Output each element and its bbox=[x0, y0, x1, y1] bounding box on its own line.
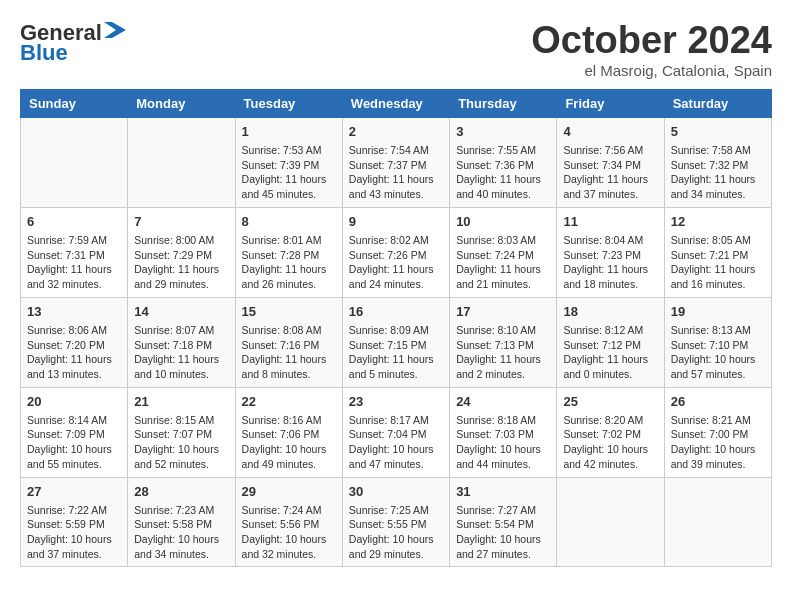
calendar-cell: 9Sunrise: 8:02 AM Sunset: 7:26 PM Daylig… bbox=[342, 207, 449, 297]
day-info: Sunrise: 8:21 AM Sunset: 7:00 PM Dayligh… bbox=[671, 413, 765, 472]
calendar-cell: 29Sunrise: 7:24 AM Sunset: 5:56 PM Dayli… bbox=[235, 477, 342, 567]
calendar-cell: 13Sunrise: 8:06 AM Sunset: 7:20 PM Dayli… bbox=[21, 297, 128, 387]
weekday-header-tuesday: Tuesday bbox=[235, 89, 342, 117]
logo-bird-icon bbox=[104, 20, 126, 42]
calendar-cell: 19Sunrise: 8:13 AM Sunset: 7:10 PM Dayli… bbox=[664, 297, 771, 387]
day-number: 18 bbox=[563, 303, 657, 321]
day-number: 16 bbox=[349, 303, 443, 321]
calendar-cell: 1Sunrise: 7:53 AM Sunset: 7:39 PM Daylig… bbox=[235, 117, 342, 207]
weekday-header-friday: Friday bbox=[557, 89, 664, 117]
calendar-cell: 20Sunrise: 8:14 AM Sunset: 7:09 PM Dayli… bbox=[21, 387, 128, 477]
day-number: 15 bbox=[242, 303, 336, 321]
day-info: Sunrise: 8:18 AM Sunset: 7:03 PM Dayligh… bbox=[456, 413, 550, 472]
weekday-header-sunday: Sunday bbox=[21, 89, 128, 117]
calendar-cell: 27Sunrise: 7:22 AM Sunset: 5:59 PM Dayli… bbox=[21, 477, 128, 567]
calendar-cell: 8Sunrise: 8:01 AM Sunset: 7:28 PM Daylig… bbox=[235, 207, 342, 297]
day-number: 29 bbox=[242, 483, 336, 501]
calendar-row-1: 6Sunrise: 7:59 AM Sunset: 7:31 PM Daylig… bbox=[21, 207, 772, 297]
day-number: 5 bbox=[671, 123, 765, 141]
calendar-cell: 10Sunrise: 8:03 AM Sunset: 7:24 PM Dayli… bbox=[450, 207, 557, 297]
calendar-cell bbox=[21, 117, 128, 207]
calendar-cell bbox=[128, 117, 235, 207]
day-info: Sunrise: 7:54 AM Sunset: 7:37 PM Dayligh… bbox=[349, 143, 443, 202]
day-number: 30 bbox=[349, 483, 443, 501]
calendar-table: SundayMondayTuesdayWednesdayThursdayFrid… bbox=[20, 89, 772, 568]
weekday-header-saturday: Saturday bbox=[664, 89, 771, 117]
day-number: 24 bbox=[456, 393, 550, 411]
svg-marker-0 bbox=[104, 22, 126, 38]
day-number: 22 bbox=[242, 393, 336, 411]
calendar-cell: 11Sunrise: 8:04 AM Sunset: 7:23 PM Dayli… bbox=[557, 207, 664, 297]
calendar-row-0: 1Sunrise: 7:53 AM Sunset: 7:39 PM Daylig… bbox=[21, 117, 772, 207]
page-header: General Blue October 2024 el Masroig, Ca… bbox=[20, 20, 772, 79]
calendar-cell: 30Sunrise: 7:25 AM Sunset: 5:55 PM Dayli… bbox=[342, 477, 449, 567]
calendar-cell bbox=[664, 477, 771, 567]
calendar-cell: 23Sunrise: 8:17 AM Sunset: 7:04 PM Dayli… bbox=[342, 387, 449, 477]
day-number: 31 bbox=[456, 483, 550, 501]
calendar-cell: 28Sunrise: 7:23 AM Sunset: 5:58 PM Dayli… bbox=[128, 477, 235, 567]
day-number: 1 bbox=[242, 123, 336, 141]
calendar-cell: 25Sunrise: 8:20 AM Sunset: 7:02 PM Dayli… bbox=[557, 387, 664, 477]
day-info: Sunrise: 7:23 AM Sunset: 5:58 PM Dayligh… bbox=[134, 503, 228, 562]
calendar-cell: 3Sunrise: 7:55 AM Sunset: 7:36 PM Daylig… bbox=[450, 117, 557, 207]
day-info: Sunrise: 8:12 AM Sunset: 7:12 PM Dayligh… bbox=[563, 323, 657, 382]
day-number: 23 bbox=[349, 393, 443, 411]
day-info: Sunrise: 8:01 AM Sunset: 7:28 PM Dayligh… bbox=[242, 233, 336, 292]
calendar-cell: 26Sunrise: 8:21 AM Sunset: 7:00 PM Dayli… bbox=[664, 387, 771, 477]
calendar-cell: 7Sunrise: 8:00 AM Sunset: 7:29 PM Daylig… bbox=[128, 207, 235, 297]
calendar-cell: 24Sunrise: 8:18 AM Sunset: 7:03 PM Dayli… bbox=[450, 387, 557, 477]
day-info: Sunrise: 8:03 AM Sunset: 7:24 PM Dayligh… bbox=[456, 233, 550, 292]
calendar-cell: 31Sunrise: 7:27 AM Sunset: 5:54 PM Dayli… bbox=[450, 477, 557, 567]
day-info: Sunrise: 8:10 AM Sunset: 7:13 PM Dayligh… bbox=[456, 323, 550, 382]
day-number: 19 bbox=[671, 303, 765, 321]
calendar-cell: 18Sunrise: 8:12 AM Sunset: 7:12 PM Dayli… bbox=[557, 297, 664, 387]
calendar-cell: 5Sunrise: 7:58 AM Sunset: 7:32 PM Daylig… bbox=[664, 117, 771, 207]
day-info: Sunrise: 8:04 AM Sunset: 7:23 PM Dayligh… bbox=[563, 233, 657, 292]
day-info: Sunrise: 7:55 AM Sunset: 7:36 PM Dayligh… bbox=[456, 143, 550, 202]
day-number: 8 bbox=[242, 213, 336, 231]
day-number: 4 bbox=[563, 123, 657, 141]
day-number: 14 bbox=[134, 303, 228, 321]
calendar-cell: 6Sunrise: 7:59 AM Sunset: 7:31 PM Daylig… bbox=[21, 207, 128, 297]
calendar-cell: 22Sunrise: 8:16 AM Sunset: 7:06 PM Dayli… bbox=[235, 387, 342, 477]
day-info: Sunrise: 8:15 AM Sunset: 7:07 PM Dayligh… bbox=[134, 413, 228, 472]
logo: General Blue bbox=[20, 20, 126, 66]
calendar-cell: 4Sunrise: 7:56 AM Sunset: 7:34 PM Daylig… bbox=[557, 117, 664, 207]
day-number: 21 bbox=[134, 393, 228, 411]
calendar-cell: 14Sunrise: 8:07 AM Sunset: 7:18 PM Dayli… bbox=[128, 297, 235, 387]
day-number: 11 bbox=[563, 213, 657, 231]
calendar-cell: 21Sunrise: 8:15 AM Sunset: 7:07 PM Dayli… bbox=[128, 387, 235, 477]
day-number: 3 bbox=[456, 123, 550, 141]
calendar-row-2: 13Sunrise: 8:06 AM Sunset: 7:20 PM Dayli… bbox=[21, 297, 772, 387]
day-info: Sunrise: 8:16 AM Sunset: 7:06 PM Dayligh… bbox=[242, 413, 336, 472]
calendar-body: 1Sunrise: 7:53 AM Sunset: 7:39 PM Daylig… bbox=[21, 117, 772, 567]
day-info: Sunrise: 7:58 AM Sunset: 7:32 PM Dayligh… bbox=[671, 143, 765, 202]
day-number: 28 bbox=[134, 483, 228, 501]
location-title: el Masroig, Catalonia, Spain bbox=[531, 62, 772, 79]
day-info: Sunrise: 7:22 AM Sunset: 5:59 PM Dayligh… bbox=[27, 503, 121, 562]
day-number: 17 bbox=[456, 303, 550, 321]
day-info: Sunrise: 8:08 AM Sunset: 7:16 PM Dayligh… bbox=[242, 323, 336, 382]
calendar-cell: 16Sunrise: 8:09 AM Sunset: 7:15 PM Dayli… bbox=[342, 297, 449, 387]
day-info: Sunrise: 7:27 AM Sunset: 5:54 PM Dayligh… bbox=[456, 503, 550, 562]
day-number: 26 bbox=[671, 393, 765, 411]
day-info: Sunrise: 8:00 AM Sunset: 7:29 PM Dayligh… bbox=[134, 233, 228, 292]
day-number: 10 bbox=[456, 213, 550, 231]
day-number: 20 bbox=[27, 393, 121, 411]
calendar-row-4: 27Sunrise: 7:22 AM Sunset: 5:59 PM Dayli… bbox=[21, 477, 772, 567]
day-number: 13 bbox=[27, 303, 121, 321]
day-info: Sunrise: 8:05 AM Sunset: 7:21 PM Dayligh… bbox=[671, 233, 765, 292]
calendar-cell: 15Sunrise: 8:08 AM Sunset: 7:16 PM Dayli… bbox=[235, 297, 342, 387]
day-info: Sunrise: 7:53 AM Sunset: 7:39 PM Dayligh… bbox=[242, 143, 336, 202]
day-number: 7 bbox=[134, 213, 228, 231]
day-number: 2 bbox=[349, 123, 443, 141]
day-number: 25 bbox=[563, 393, 657, 411]
day-info: Sunrise: 8:17 AM Sunset: 7:04 PM Dayligh… bbox=[349, 413, 443, 472]
day-info: Sunrise: 8:07 AM Sunset: 7:18 PM Dayligh… bbox=[134, 323, 228, 382]
weekday-header-monday: Monday bbox=[128, 89, 235, 117]
day-number: 12 bbox=[671, 213, 765, 231]
day-info: Sunrise: 8:06 AM Sunset: 7:20 PM Dayligh… bbox=[27, 323, 121, 382]
month-title: October 2024 bbox=[531, 20, 772, 62]
weekday-header-row: SundayMondayTuesdayWednesdayThursdayFrid… bbox=[21, 89, 772, 117]
day-number: 6 bbox=[27, 213, 121, 231]
